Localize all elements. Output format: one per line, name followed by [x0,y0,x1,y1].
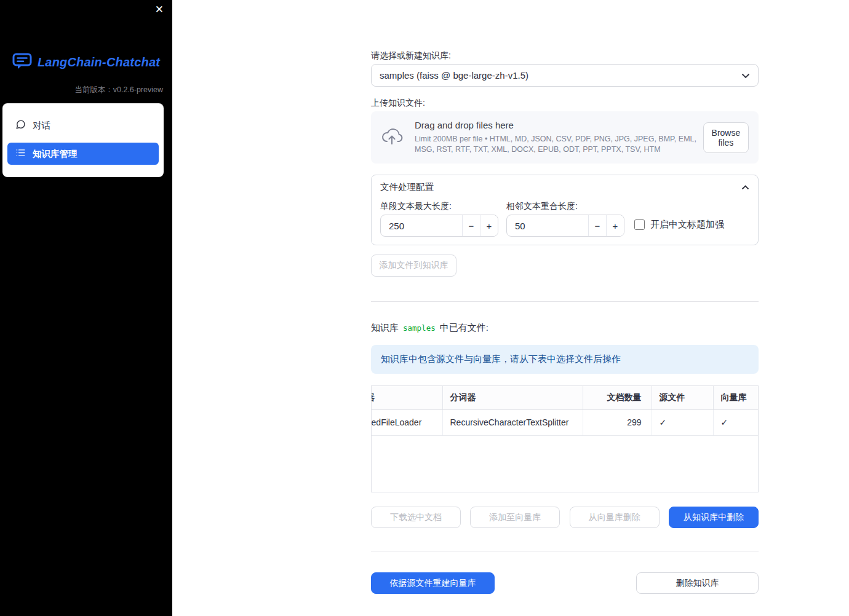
cell-doc-count: 299 [583,409,652,435]
kb-files-line: 知识库 samples 中已有文件: [371,322,488,334]
zh-title-enhance-checkbox[interactable] [634,219,645,230]
column-header: 分词器 [442,386,583,409]
file-config-expander: 文件处理配置 单段文本最大长度: 相邻文本重合长度: − + − + 开启中文标… [371,175,759,245]
logo-chat-icon [12,53,32,72]
chat-bubble-icon [15,119,26,132]
cell-loader: UnstructuredFileLoader [371,409,442,435]
column-header: 向量库 [713,386,759,409]
table-header-row: 文档加载器 分词器 文档数量 源文件 向量库 [371,386,759,409]
app-logo: LangChain-Chatchat [0,53,172,72]
expander-header[interactable]: 文件处理配置 [372,175,758,199]
close-sidebar-icon[interactable]: ✕ [155,4,164,15]
dropzone-title: Drag and drop files here [415,120,703,130]
max-len-stepper: − + [380,215,498,237]
add-to-vector-button[interactable]: 添加至向量库 [470,507,560,528]
file-dropzone[interactable]: Drag and drop files here Limit 200MB per… [371,111,759,164]
column-header: 文档加载器 [371,386,442,409]
sidebar-item-chat[interactable]: 对话 [7,114,159,136]
logo-text: LangChain-Chatchat [38,55,160,69]
chevron-up-icon [741,182,749,192]
table-row[interactable]: UnstructuredFileLoader RecursiveCharacte… [371,409,759,435]
divider [371,551,759,551]
sidebar-item-label: 对话 [33,120,50,132]
browse-files-button[interactable]: Browse files [703,122,749,153]
dropzone-text: Drag and drop files here Limit 200MB per… [415,120,703,155]
dropzone-subtitle: Limit 200MB per file • HTML, MD, JSON, C… [415,134,703,155]
sidebar-menu: 对话 知识库管理 [2,103,164,177]
sidebar: ✕ LangChain-Chatchat 当前版本：v0.2.6-preview [0,0,172,616]
divider [371,301,759,302]
increment-button[interactable]: + [480,215,498,236]
version-text: 当前版本：v0.2.6-preview [74,85,163,95]
kb-select-label: 请选择或新建知识库: [371,50,451,61]
delete-from-kb-button[interactable]: 从知识库中删除 [669,507,759,528]
table-action-buttons: 下载选中文档 添加至向量库 从向量库删除 从知识库中删除 [371,507,759,528]
column-header: 源文件 [652,386,713,409]
info-banner: 知识库中包含源文件与向量库，请从下表中选择文件后操作 [371,345,759,374]
cell-vector-check: ✓ [713,409,759,435]
delete-from-vector-button[interactable]: 从向量库删除 [570,507,660,528]
expander-title: 文件处理配置 [380,181,434,193]
upload-label: 上传知识文件: [371,98,425,109]
cell-source-check: ✓ [652,409,713,435]
zh-title-enhance-checkbox-group: 开启中文标题加强 [634,219,724,231]
decrement-button[interactable]: − [588,215,606,236]
overlap-stepper: − + [506,215,624,237]
increment-button[interactable]: + [606,215,624,236]
delete-kb-button[interactable]: 删除知识库 [636,572,759,594]
max-len-label: 单段文本最大长度: [380,201,452,212]
kb-select[interactable]: samples (faiss @ bge-large-zh-v1.5) [371,64,759,87]
cell-splitter: RecursiveCharacterTextSplitter [442,409,583,435]
decrement-button[interactable]: − [462,215,480,236]
files-table: 文档加载器 分词器 文档数量 源文件 向量库 UnstructuredFileL… [371,385,759,492]
sidebar-item-kb-management[interactable]: 知识库管理 [7,143,159,165]
sidebar-item-label: 知识库管理 [33,148,78,160]
max-len-input[interactable] [381,215,462,236]
chevron-down-icon [741,70,750,81]
add-files-button[interactable]: 添加文件到知识库 [371,255,456,277]
app-window: ✕ LangChain-Chatchat 当前版本：v0.2.6-preview [0,0,849,616]
overlap-input[interactable] [507,215,588,236]
kb-name-code: samples [403,323,436,333]
kb-files-suffix: 中已有文件: [440,322,488,334]
column-header: 文档数量 [583,386,652,409]
cloud-upload-icon [381,128,403,148]
list-icon [15,148,26,160]
checkbox-label: 开启中文标题加强 [650,219,724,231]
kb-files-prefix: 知识库 [371,322,399,334]
overlap-label: 相邻文本重合长度: [506,201,578,212]
kb-select-value: samples (faiss @ bge-large-zh-v1.5) [380,70,528,81]
rebuild-vector-button[interactable]: 依据源文件重建向量库 [371,572,495,594]
download-selected-button[interactable]: 下载选中文档 [371,507,461,528]
main-content: 请选择或新建知识库: samples (faiss @ bge-large-zh… [371,0,759,616]
